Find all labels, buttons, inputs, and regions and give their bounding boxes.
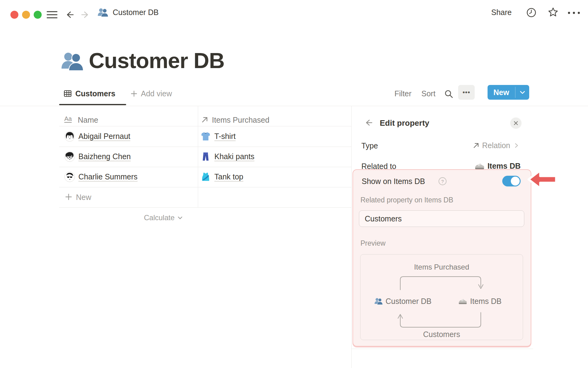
plus-icon <box>65 193 72 201</box>
table-row[interactable]: Baizheng Chen Khaki pants <box>59 147 351 167</box>
history-clock-icon[interactable] <box>526 7 537 18</box>
favorite-star-icon[interactable] <box>547 6 559 19</box>
avatar <box>64 171 75 182</box>
preview-bottom-relation-label: Customers <box>360 330 523 339</box>
help-question-icon[interactable] <box>438 177 447 186</box>
doc-people-icon <box>97 7 108 18</box>
type-label: Type <box>361 141 378 150</box>
row-item-link[interactable]: Khaki pants <box>214 152 254 161</box>
table-row[interactable]: Abigail Pernaut T-shirt <box>59 126 351 147</box>
preview-right-db: Items DB <box>458 296 502 307</box>
row-item-link[interactable]: Tank top <box>214 172 243 181</box>
tshirt-icon <box>201 131 211 141</box>
row-item-link[interactable]: T-shirt <box>214 132 236 141</box>
traffic-light-zoom[interactable] <box>34 11 42 19</box>
chevron-down-icon <box>177 215 183 221</box>
tab-customers[interactable]: Customers <box>75 88 115 99</box>
chevron-right-icon <box>513 142 520 149</box>
view-options-button[interactable]: ••• <box>458 85 475 100</box>
new-dropdown-button[interactable] <box>515 85 529 100</box>
calculate-label: Calculate <box>144 213 175 223</box>
relation-arrow-icon <box>473 142 480 149</box>
row-name-link[interactable]: Abigail Pernaut <box>78 132 130 141</box>
traffic-light-close[interactable] <box>10 11 18 19</box>
back-icon[interactable] <box>65 10 75 19</box>
show-on-items-db-toggle[interactable] <box>502 176 521 186</box>
page-people-icon[interactable] <box>61 49 84 73</box>
preview-label: Preview <box>360 239 386 248</box>
share-button[interactable]: Share <box>491 6 512 19</box>
table-view-icon <box>64 90 72 98</box>
filter-button[interactable]: Filter <box>394 88 412 99</box>
more-options-icon[interactable] <box>567 10 582 16</box>
preview-left-db: Customer DB <box>374 296 432 307</box>
new-button[interactable]: New <box>488 85 515 100</box>
window-topbar: Customer DB Share <box>0 0 588 23</box>
column-header-name[interactable]: Name <box>78 115 98 125</box>
related-property-label: Related property on Items DB <box>360 195 453 205</box>
panel-back-icon[interactable] <box>364 118 374 127</box>
panel-left-divider <box>351 106 352 368</box>
column-header-items-purchased[interactable]: Items Purchased <box>212 115 270 125</box>
close-icon <box>513 120 519 126</box>
sneaker-icon <box>458 297 467 306</box>
related-property-field-wrap <box>359 210 524 227</box>
relation-arrow-icon <box>201 116 209 124</box>
panel-title: Edit property <box>380 117 429 129</box>
panel-close-button[interactable] <box>510 117 522 129</box>
add-view-plus-icon <box>130 90 138 97</box>
tanktop-icon <box>201 172 211 182</box>
new-button-group: New <box>488 85 529 100</box>
new-row-button[interactable]: New <box>59 187 351 208</box>
type-value: Relation <box>482 140 510 150</box>
avatar <box>64 151 75 162</box>
new-row-label: New <box>76 193 91 202</box>
preview-left-db-label: Customer DB <box>386 296 432 306</box>
notion-window: Customer DB Share Customer DB Customers … <box>0 0 588 368</box>
table-row[interactable]: Charlie Summers Tank top <box>59 167 351 187</box>
add-view-button[interactable]: Add view <box>141 88 172 99</box>
active-tab-underline <box>59 104 126 105</box>
text-property-icon: Aa <box>64 115 72 123</box>
show-on-items-db-label: Show on Items DB <box>362 176 425 186</box>
breadcrumb-title[interactable]: Customer DB <box>113 6 159 19</box>
chevron-down-icon <box>519 89 526 96</box>
toggle-knob <box>511 177 520 186</box>
viewbar-divider <box>0 106 588 106</box>
page-title[interactable]: Customer DB <box>89 47 224 75</box>
people-icon <box>374 297 383 305</box>
preview-right-db-label: Items DB <box>470 296 502 306</box>
traffic-light-minimize[interactable] <box>22 11 30 19</box>
related-property-input[interactable] <box>359 210 524 227</box>
calculate-button[interactable]: Calculate <box>144 213 183 223</box>
search-icon[interactable] <box>444 89 453 98</box>
avatar <box>64 131 75 142</box>
red-arrow-annotation <box>526 168 559 191</box>
sidebar-menu-icon[interactable] <box>47 10 58 20</box>
row-name-link[interactable]: Baizheng Chen <box>78 152 131 161</box>
panel-bottom-divider <box>352 349 533 349</box>
type-value-button[interactable]: Relation <box>473 140 520 151</box>
forward-icon[interactable] <box>80 10 90 19</box>
jeans-icon <box>201 151 211 162</box>
row-name-link[interactable]: Charlie Summers <box>78 172 138 181</box>
sort-button[interactable]: Sort <box>421 88 435 99</box>
